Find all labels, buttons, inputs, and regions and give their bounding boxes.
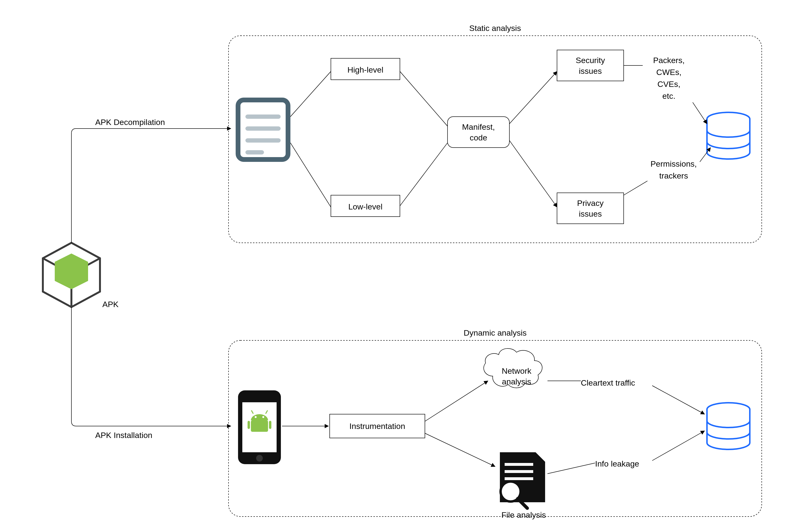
priv-note-2: trackers — [660, 171, 688, 180]
apk-label: APK — [102, 300, 119, 309]
svg-rect-12 — [251, 420, 268, 432]
dynamic-title: Dynamic analysis — [464, 328, 527, 337]
edge-file-leakage — [548, 463, 595, 474]
high-level-label: High-level — [347, 65, 383, 74]
svg-rect-21 — [505, 477, 533, 480]
security-line2: issues — [579, 66, 602, 75]
manifest-line1: Manifest, — [462, 122, 495, 131]
edge-instr-file — [425, 433, 495, 466]
file-analysis-label: File analysis — [501, 510, 546, 519]
instrumentation-label: Instrumentation — [349, 421, 405, 431]
svg-rect-13 — [248, 421, 250, 429]
edge-doc-low — [291, 143, 331, 207]
cleartext-label: Cleartext traffic — [581, 378, 635, 387]
edge-secnote-db — [693, 102, 707, 124]
file-analysis-icon — [500, 452, 545, 508]
network-line2: analysis — [502, 377, 531, 386]
sec-note-4: etc. — [663, 91, 675, 100]
low-level-label: Low-level — [348, 202, 383, 211]
edge-high-manifest — [400, 71, 447, 126]
edge-leakage-db — [652, 431, 704, 461]
database-icon-static — [707, 112, 750, 159]
edge-instr-network — [425, 381, 488, 421]
diagram-canvas: APK APK Decompilation APK Installation S… — [0, 0, 786, 532]
leakage-label: Info leakage — [595, 459, 639, 468]
sec-note-3: CVEs, — [657, 79, 680, 89]
privacy-line1: Privacy — [577, 199, 603, 208]
apk-icon — [43, 243, 100, 307]
edge-cleartext-db — [652, 386, 704, 414]
edge-installation-label: APK Installation — [95, 431, 152, 440]
security-box — [557, 50, 624, 81]
database-icon-dynamic — [707, 403, 750, 449]
sec-note-2: CWEs, — [656, 68, 681, 77]
edge-manifest-privacy — [509, 140, 557, 207]
svg-point-17 — [255, 416, 257, 418]
security-line1: Security — [576, 56, 605, 65]
edge-manifest-security — [509, 71, 557, 124]
svg-point-11 — [256, 455, 263, 462]
svg-rect-14 — [269, 421, 271, 429]
svg-rect-20 — [505, 470, 533, 473]
network-line1: Network — [502, 366, 532, 375]
edge-decompilation-label: APK Decompilation — [95, 118, 165, 126]
edge-doc-high — [291, 71, 331, 117]
document-icon — [238, 100, 288, 160]
manifest-line2: code — [470, 133, 487, 142]
edge-privacy-note — [624, 181, 647, 195]
edge-installation — [71, 307, 231, 426]
privacy-box — [557, 193, 624, 224]
edge-decompilation — [71, 129, 231, 243]
privacy-line2: issues — [579, 209, 602, 218]
priv-note-1: Permissions, — [651, 159, 697, 168]
static-title: Static analysis — [469, 24, 521, 32]
sec-note-1: Packers, — [653, 56, 685, 65]
edge-low-manifest — [400, 143, 447, 206]
manifest-box — [447, 117, 509, 147]
svg-rect-19 — [505, 463, 533, 466]
svg-point-18 — [262, 416, 264, 418]
phone-icon — [238, 390, 281, 464]
